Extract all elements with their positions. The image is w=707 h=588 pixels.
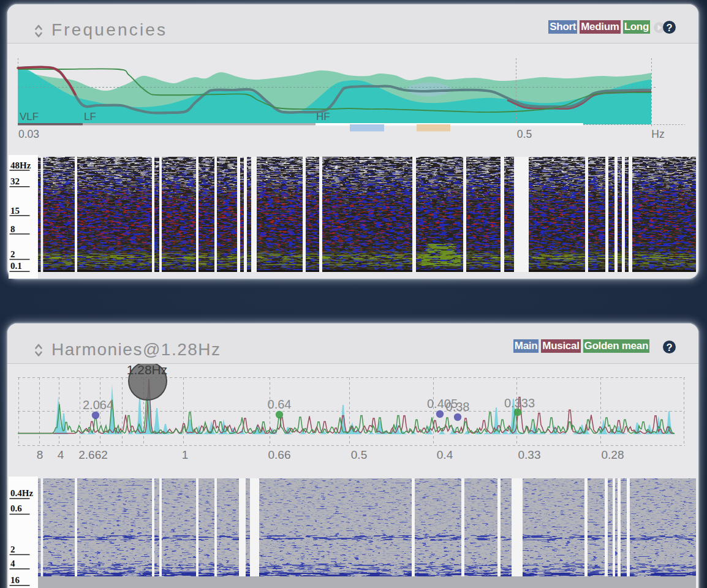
svg-text:32: 32 [10,176,20,186]
svg-text:0.03: 0.03 [18,128,39,140]
svg-text:48Hz: 48Hz [10,160,31,170]
svg-text:0.333: 0.333 [504,396,535,410]
svg-text:0.1: 0.1 [10,261,22,271]
svg-text:0.6: 0.6 [10,503,22,513]
svg-text:8: 8 [10,224,15,234]
svg-text:HF: HF [316,111,330,123]
svg-text:0.64: 0.64 [268,398,292,411]
svg-text:1.28Hz: 1.28Hz [127,363,168,377]
svg-text:VLF: VLF [20,111,39,123]
svg-text:0.5: 0.5 [351,448,367,461]
svg-text:0.28: 0.28 [602,448,624,461]
svg-text:4: 4 [58,448,64,461]
svg-text:2: 2 [10,545,15,554]
svg-text:0.38: 0.38 [446,400,470,413]
svg-text:0.4Hz: 0.4Hz [10,488,33,498]
svg-text:0.66: 0.66 [268,448,291,461]
svg-text:15: 15 [10,206,20,216]
svg-text:16: 16 [10,575,20,585]
svg-text:4: 4 [10,559,15,568]
svg-text:1: 1 [182,448,189,461]
svg-text:0.5: 0.5 [517,128,532,140]
svg-text:Hz: Hz [651,128,664,140]
svg-text:LF: LF [84,111,96,123]
svg-text:0.4: 0.4 [437,448,453,461]
svg-text:2.064: 2.064 [83,398,113,412]
svg-text:?: ? [666,342,672,353]
svg-text:2: 2 [10,249,15,259]
svg-text:8: 8 [37,448,43,461]
svg-text:2.662: 2.662 [78,448,108,461]
svg-text:?: ? [666,22,672,33]
svg-text:0.33: 0.33 [518,448,541,461]
